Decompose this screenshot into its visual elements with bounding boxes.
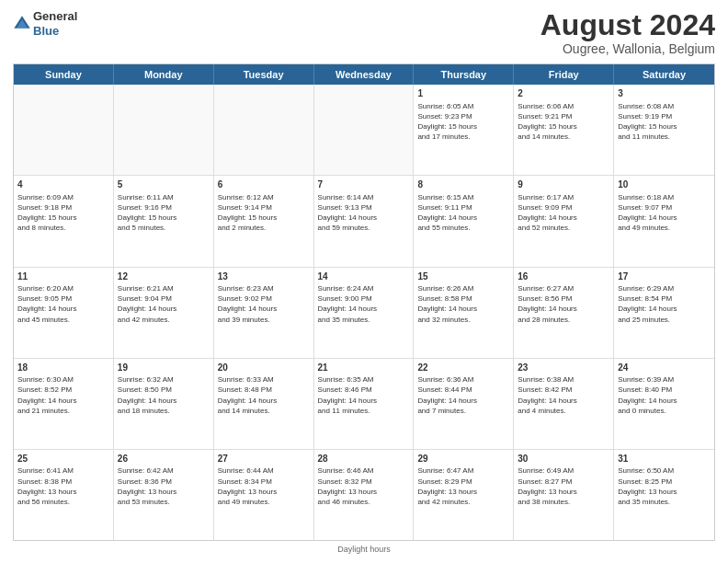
day-number: 28 bbox=[318, 453, 410, 465]
day-number: 2 bbox=[518, 87, 609, 100]
logo: General Blue bbox=[13, 9, 77, 38]
calendar-day-7: 7Sunrise: 6:14 AM Sunset: 9:13 PM Daylig… bbox=[314, 176, 415, 266]
calendar-week-3: 11Sunrise: 6:20 AM Sunset: 9:05 PM Dayli… bbox=[14, 268, 714, 359]
day-number: 27 bbox=[218, 453, 310, 465]
day-number: 7 bbox=[318, 178, 410, 191]
day-number: 31 bbox=[618, 453, 711, 465]
calendar-day-9: 9Sunrise: 6:17 AM Sunset: 9:09 PM Daylig… bbox=[514, 176, 614, 266]
header-day-monday: Monday bbox=[114, 64, 214, 85]
day-number: 3 bbox=[618, 87, 711, 100]
day-info: Sunrise: 6:38 AM Sunset: 8:42 PM Dayligh… bbox=[518, 374, 609, 416]
calendar-day-17: 17Sunrise: 6:29 AM Sunset: 8:54 PM Dayli… bbox=[614, 268, 714, 358]
day-number: 13 bbox=[218, 270, 310, 283]
calendar-day-3: 3Sunrise: 6:08 AM Sunset: 9:19 PM Daylig… bbox=[614, 85, 714, 175]
calendar-day-31: 31Sunrise: 6:50 AM Sunset: 8:25 PM Dayli… bbox=[614, 450, 714, 540]
day-info: Sunrise: 6:05 AM Sunset: 9:23 PM Dayligh… bbox=[417, 101, 509, 143]
day-number: 23 bbox=[518, 362, 609, 374]
calendar-day-23: 23Sunrise: 6:38 AM Sunset: 8:42 PM Dayli… bbox=[514, 359, 614, 449]
day-number: 18 bbox=[17, 362, 109, 374]
day-info: Sunrise: 6:42 AM Sunset: 8:36 PM Dayligh… bbox=[118, 465, 210, 507]
day-number: 12 bbox=[118, 270, 210, 283]
calendar-empty-cell bbox=[214, 85, 314, 175]
day-number: 16 bbox=[518, 270, 609, 283]
logo-text: General Blue bbox=[33, 9, 77, 38]
calendar-day-16: 16Sunrise: 6:27 AM Sunset: 8:56 PM Dayli… bbox=[514, 268, 614, 358]
calendar-body: 1Sunrise: 6:05 AM Sunset: 9:23 PM Daylig… bbox=[14, 85, 714, 540]
day-info: Sunrise: 6:24 AM Sunset: 9:00 PM Dayligh… bbox=[318, 283, 410, 325]
calendar-day-27: 27Sunrise: 6:44 AM Sunset: 8:34 PM Dayli… bbox=[214, 450, 314, 540]
day-number: 17 bbox=[618, 270, 711, 283]
calendar-day-18: 18Sunrise: 6:30 AM Sunset: 8:52 PM Dayli… bbox=[14, 359, 114, 449]
calendar-day-19: 19Sunrise: 6:32 AM Sunset: 8:50 PM Dayli… bbox=[114, 359, 214, 449]
calendar-day-10: 10Sunrise: 6:18 AM Sunset: 9:07 PM Dayli… bbox=[614, 176, 714, 266]
day-info: Sunrise: 6:21 AM Sunset: 9:04 PM Dayligh… bbox=[118, 283, 210, 325]
day-number: 8 bbox=[417, 178, 509, 191]
day-info: Sunrise: 6:41 AM Sunset: 8:38 PM Dayligh… bbox=[17, 465, 109, 507]
day-info: Sunrise: 6:06 AM Sunset: 9:21 PM Dayligh… bbox=[518, 101, 609, 143]
calendar-day-4: 4Sunrise: 6:09 AM Sunset: 9:18 PM Daylig… bbox=[14, 176, 114, 266]
day-number: 10 bbox=[618, 178, 711, 191]
calendar-week-5: 25Sunrise: 6:41 AM Sunset: 8:38 PM Dayli… bbox=[14, 450, 714, 540]
header-day-tuesday: Tuesday bbox=[214, 64, 314, 85]
day-number: 15 bbox=[417, 270, 509, 283]
day-number: 24 bbox=[618, 362, 711, 374]
day-info: Sunrise: 6:36 AM Sunset: 8:44 PM Dayligh… bbox=[417, 374, 509, 416]
day-info: Sunrise: 6:08 AM Sunset: 9:19 PM Dayligh… bbox=[618, 101, 711, 143]
day-number: 1 bbox=[417, 87, 509, 100]
calendar-day-1: 1Sunrise: 6:05 AM Sunset: 9:23 PM Daylig… bbox=[414, 85, 514, 175]
day-info: Sunrise: 6:27 AM Sunset: 8:56 PM Dayligh… bbox=[518, 283, 609, 325]
day-info: Sunrise: 6:39 AM Sunset: 8:40 PM Dayligh… bbox=[618, 374, 711, 416]
day-number: 22 bbox=[417, 362, 509, 374]
header-day-wednesday: Wednesday bbox=[314, 64, 415, 85]
day-number: 30 bbox=[518, 453, 609, 465]
day-info: Sunrise: 6:46 AM Sunset: 8:32 PM Dayligh… bbox=[318, 465, 410, 507]
calendar-empty-cell bbox=[114, 85, 214, 175]
day-number: 5 bbox=[118, 178, 210, 191]
day-number: 19 bbox=[118, 362, 210, 374]
day-info: Sunrise: 6:18 AM Sunset: 9:07 PM Dayligh… bbox=[618, 192, 711, 234]
day-number: 20 bbox=[218, 362, 310, 374]
calendar-day-6: 6Sunrise: 6:12 AM Sunset: 9:14 PM Daylig… bbox=[214, 176, 314, 266]
calendar-header: SundayMondayTuesdayWednesdayThursdayFrid… bbox=[14, 64, 714, 85]
calendar: SundayMondayTuesdayWednesdayThursdayFrid… bbox=[13, 63, 715, 541]
day-info: Sunrise: 6:49 AM Sunset: 8:27 PM Dayligh… bbox=[518, 465, 609, 507]
day-info: Sunrise: 6:35 AM Sunset: 8:46 PM Dayligh… bbox=[318, 374, 410, 416]
day-number: 14 bbox=[318, 270, 410, 283]
day-number: 25 bbox=[17, 453, 109, 465]
calendar-week-1: 1Sunrise: 6:05 AM Sunset: 9:23 PM Daylig… bbox=[14, 85, 714, 176]
calendar-day-5: 5Sunrise: 6:11 AM Sunset: 9:16 PM Daylig… bbox=[114, 176, 214, 266]
header-day-thursday: Thursday bbox=[414, 64, 514, 85]
calendar-day-8: 8Sunrise: 6:15 AM Sunset: 9:11 PM Daylig… bbox=[414, 176, 514, 266]
day-info: Sunrise: 6:26 AM Sunset: 8:58 PM Dayligh… bbox=[417, 283, 509, 325]
calendar-day-13: 13Sunrise: 6:23 AM Sunset: 9:02 PM Dayli… bbox=[214, 268, 314, 358]
day-number: 4 bbox=[17, 178, 109, 191]
day-info: Sunrise: 6:47 AM Sunset: 8:29 PM Dayligh… bbox=[417, 465, 509, 507]
header-day-friday: Friday bbox=[514, 64, 614, 85]
calendar-day-15: 15Sunrise: 6:26 AM Sunset: 8:58 PM Dayli… bbox=[414, 268, 514, 358]
day-info: Sunrise: 6:17 AM Sunset: 9:09 PM Dayligh… bbox=[518, 192, 609, 234]
day-info: Sunrise: 6:14 AM Sunset: 9:13 PM Dayligh… bbox=[318, 192, 410, 234]
footer-note: Daylight hours bbox=[13, 545, 715, 554]
day-number: 21 bbox=[318, 362, 410, 374]
calendar-day-20: 20Sunrise: 6:33 AM Sunset: 8:48 PM Dayli… bbox=[214, 359, 314, 449]
calendar-day-14: 14Sunrise: 6:24 AM Sunset: 9:00 PM Dayli… bbox=[314, 268, 415, 358]
header: General Blue August 2024 Ougree, Walloni… bbox=[13, 9, 715, 56]
calendar-day-11: 11Sunrise: 6:20 AM Sunset: 9:05 PM Dayli… bbox=[14, 268, 114, 358]
day-info: Sunrise: 6:30 AM Sunset: 8:52 PM Dayligh… bbox=[17, 374, 109, 416]
calendar-day-29: 29Sunrise: 6:47 AM Sunset: 8:29 PM Dayli… bbox=[414, 450, 514, 540]
day-info: Sunrise: 6:20 AM Sunset: 9:05 PM Dayligh… bbox=[17, 283, 109, 325]
header-day-sunday: Sunday bbox=[14, 64, 114, 85]
main-title: August 2024 bbox=[540, 9, 715, 41]
day-info: Sunrise: 6:15 AM Sunset: 9:11 PM Dayligh… bbox=[417, 192, 509, 234]
logo-icon bbox=[13, 15, 31, 33]
calendar-day-22: 22Sunrise: 6:36 AM Sunset: 8:44 PM Dayli… bbox=[414, 359, 514, 449]
day-info: Sunrise: 6:44 AM Sunset: 8:34 PM Dayligh… bbox=[218, 465, 310, 507]
calendar-day-30: 30Sunrise: 6:49 AM Sunset: 8:27 PM Dayli… bbox=[514, 450, 614, 540]
calendar-week-2: 4Sunrise: 6:09 AM Sunset: 9:18 PM Daylig… bbox=[14, 176, 714, 267]
calendar-day-24: 24Sunrise: 6:39 AM Sunset: 8:40 PM Dayli… bbox=[614, 359, 714, 449]
day-info: Sunrise: 6:11 AM Sunset: 9:16 PM Dayligh… bbox=[118, 192, 210, 234]
day-number: 26 bbox=[118, 453, 210, 465]
day-info: Sunrise: 6:09 AM Sunset: 9:18 PM Dayligh… bbox=[17, 192, 109, 234]
day-info: Sunrise: 6:32 AM Sunset: 8:50 PM Dayligh… bbox=[118, 374, 210, 416]
calendar-day-26: 26Sunrise: 6:42 AM Sunset: 8:36 PM Dayli… bbox=[114, 450, 214, 540]
